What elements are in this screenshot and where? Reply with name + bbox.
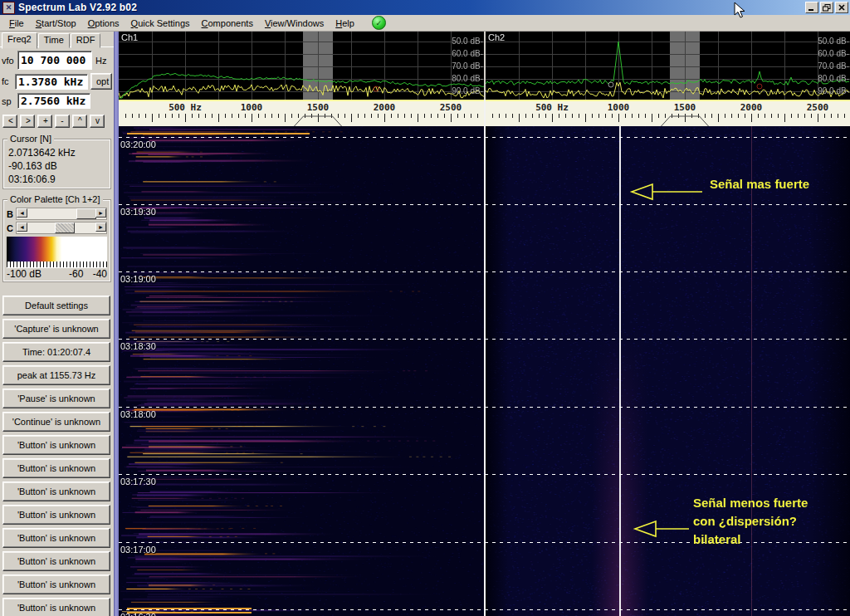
tab-time[interactable]: Time xyxy=(38,33,70,48)
sp-label: sp xyxy=(2,96,17,106)
title-bar: ✕ Spectrum Lab V2.92 b02 xyxy=(0,0,850,15)
menu-bar: FileStart/StopOptionsQuick SettingsCompo… xyxy=(0,15,850,32)
contrast-label: C xyxy=(7,223,16,233)
action-button-6[interactable]: 'Button' is unknown xyxy=(2,435,110,455)
palette-gradient xyxy=(7,237,107,262)
mouse-cursor xyxy=(734,2,745,19)
palette-groupbox: Color Palette [Ch 1+2] B ◄ ► C ◄ ► -100 … xyxy=(2,199,111,282)
freq-step-button[interactable]: + xyxy=(37,115,52,128)
scale-label-max: -40 xyxy=(93,268,107,280)
tab-freq2[interactable]: Freq2 xyxy=(2,32,37,49)
brightness-thumb[interactable] xyxy=(76,208,96,219)
ch1-spectrum-panel[interactable]: Ch1 50.0 dB-60.0 dB-70.0 dB-80.0 dB-90.0… xyxy=(119,32,484,100)
ch2-db-scale: 50.0 dB-60.0 dB-70.0 dB-80.0 dB-90.0 dB- xyxy=(799,32,849,100)
freq-tick-label: 2500 xyxy=(440,102,462,113)
action-button-0[interactable]: Default settings xyxy=(2,296,110,315)
action-button-2[interactable]: Time: 01:20:07.4 xyxy=(2,342,110,362)
db-tick-label: 70.0 dB- xyxy=(452,61,483,71)
minimize-icon xyxy=(808,4,816,12)
time-grid-line xyxy=(119,407,850,408)
action-button-13[interactable]: 'Button' is unknown xyxy=(2,598,110,616)
scroll-right-arrow[interactable]: ► xyxy=(95,208,106,218)
ch2-spectrum-canvas[interactable] xyxy=(486,32,850,100)
scroll-right-arrow[interactable]: ► xyxy=(95,222,106,232)
action-button-9[interactable]: 'Button' is unknown xyxy=(2,505,110,525)
scale-label-mid: -60 xyxy=(69,268,83,280)
action-button-1[interactable]: 'Capture' is unknown xyxy=(2,319,110,339)
freq-step-button[interactable]: ^ xyxy=(72,115,87,128)
contrast-thumb[interactable] xyxy=(55,222,75,233)
ch2-label: Ch2 xyxy=(488,32,505,42)
annotation-arrow-left-icon xyxy=(628,183,704,201)
action-button-8[interactable]: 'Button' is unknown xyxy=(2,482,110,501)
spectrum-lab-window: { "window": { "title": "Spectrum Lab V2.… xyxy=(0,0,850,616)
cursor-frequency: 2.0713642 kHz xyxy=(7,146,107,159)
minimize-button[interactable] xyxy=(805,2,818,13)
cursor-groupbox: Cursor [N] 2.0713642 kHz -90.163 dB 03:1… xyxy=(2,139,111,189)
action-button-3[interactable]: peak at 1155.73 Hz xyxy=(2,365,110,385)
action-button-5[interactable]: 'Continue' is unknown xyxy=(2,412,110,432)
ch1-spectrum-canvas[interactable] xyxy=(119,32,484,100)
ch2-frequency-ruler[interactable]: 500 Hz1000150020002500 xyxy=(486,100,850,126)
freq-tick-label: 1500 xyxy=(307,102,330,113)
time-grid-line xyxy=(119,339,850,340)
menu-help[interactable]: Help xyxy=(330,17,360,30)
time-grid-line xyxy=(119,609,850,610)
timestamp-label: 03:16:30 xyxy=(120,612,156,616)
freq-tick-label: 2000 xyxy=(374,102,396,113)
channel-divider-line xyxy=(484,100,486,616)
freq-step-button[interactable]: > xyxy=(20,115,35,128)
timestamp-label: 03:19:30 xyxy=(120,207,156,217)
freq-tick-label: 500 Hz xyxy=(169,102,202,113)
close-button[interactable] xyxy=(835,2,848,13)
time-grid-line xyxy=(119,137,850,138)
freq-tick-label: 500 Hz xyxy=(535,102,569,113)
freq-nav-buttons: <>+-^v xyxy=(2,115,111,128)
menu-quick-settings[interactable]: Quick Settings xyxy=(125,17,196,30)
cursor-groupbox-title: Cursor [N] xyxy=(7,134,54,144)
menu-components[interactable]: Components xyxy=(196,17,259,30)
ch1-frequency-ruler[interactable]: 500 Hz1000150020002500 xyxy=(119,100,484,126)
db-tick-label: 50.0 dB- xyxy=(452,37,483,46)
timestamp-label: 03:18:00 xyxy=(120,409,156,419)
action-button-11[interactable]: 'Button' is unknown xyxy=(2,551,110,571)
action-button-7[interactable]: 'Button' is unknown xyxy=(2,458,110,478)
freq-step-button[interactable]: < xyxy=(2,115,17,128)
tab-rdf[interactable]: RDF xyxy=(71,33,101,48)
scroll-left-arrow[interactable]: ◄ xyxy=(17,222,27,232)
time-grid-line xyxy=(119,474,850,475)
control-panel: Freq2TimeRDF vfo Hz fc opt sp <>+-^v Cur… xyxy=(0,32,114,616)
close-icon xyxy=(838,4,846,12)
menu-start-stop[interactable]: Start/Stop xyxy=(30,17,82,30)
action-button-4[interactable]: 'Pause' is unknown xyxy=(2,389,110,408)
vfo-input[interactable] xyxy=(17,51,92,70)
scale-label-min: -100 dB xyxy=(7,268,42,280)
ch2-freq-labels: 500 Hz1000150020002500 xyxy=(486,102,850,113)
brightness-scrollbar[interactable]: ◄ ► xyxy=(16,208,107,220)
fc-input[interactable] xyxy=(15,74,88,90)
freq-step-button[interactable]: v xyxy=(90,115,105,128)
menu-options[interactable]: Options xyxy=(82,17,125,30)
opt-button[interactable]: opt xyxy=(90,73,112,90)
freq-tick-label: 1000 xyxy=(608,102,630,113)
timestamp-label: 03:19:00 xyxy=(120,274,156,284)
action-button-10[interactable]: 'Button' is unknown xyxy=(2,528,110,548)
window-title: Spectrum Lab V2.92 b02 xyxy=(18,2,804,13)
sp-input[interactable] xyxy=(17,93,90,109)
ch2-spectrum-panel[interactable]: Ch2 50.0 dB-60.0 dB-70.0 dB-80.0 dB-90.0… xyxy=(486,32,850,100)
sp-row: sp xyxy=(2,93,112,109)
restore-button[interactable] xyxy=(820,2,833,13)
annotation-weak-signal: Señal menos fuerte con ¿dispersión? bila… xyxy=(693,494,808,549)
tab-strip: Freq2TimeRDF xyxy=(2,33,114,47)
freq-step-button[interactable]: - xyxy=(55,115,70,128)
menu-view-windows[interactable]: View/Windows xyxy=(259,17,330,30)
programmable-buttons: Default settings'Capture' is unknownTime… xyxy=(0,296,114,616)
menu-items: FileStart/StopOptionsQuick SettingsCompo… xyxy=(3,17,360,30)
scroll-left-arrow[interactable]: ◄ xyxy=(17,208,27,218)
menu-file[interactable]: File xyxy=(3,17,30,30)
action-button-12[interactable]: 'Button' is unknown xyxy=(2,574,110,594)
contrast-scrollbar[interactable]: ◄ ► xyxy=(16,222,107,234)
ch1-label: Ch1 xyxy=(121,32,138,42)
db-tick-label: 60.0 dB- xyxy=(818,49,849,58)
db-tick-label: 90.0 dB- xyxy=(818,86,849,95)
